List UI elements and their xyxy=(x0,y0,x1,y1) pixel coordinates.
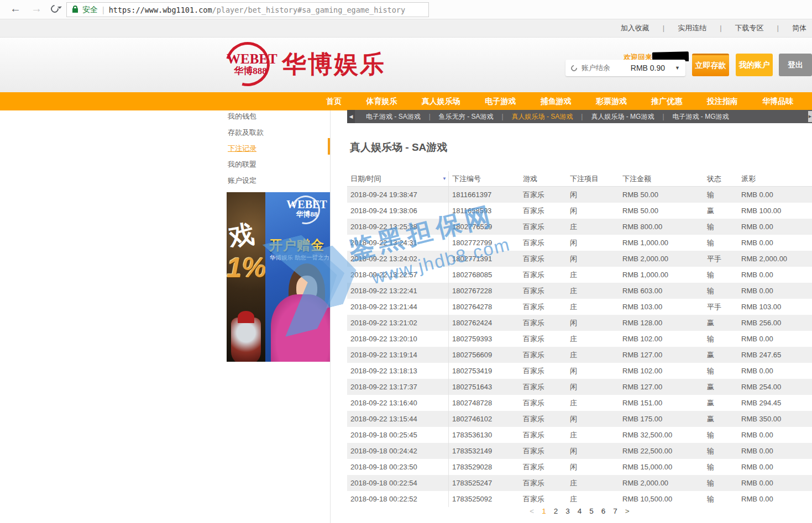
utility-link[interactable]: 简体 xyxy=(792,24,806,32)
nav-item[interactable]: 体育娱乐 xyxy=(366,97,397,107)
back-icon[interactable]: ← xyxy=(10,2,21,15)
table-row: 2018-09-22 13:16:401802748728百家乐庄RMB 151… xyxy=(347,395,812,411)
cell-bet-id: 1783529028 xyxy=(449,459,520,475)
column-header-game: 游戏 xyxy=(520,171,567,186)
tab-scroll-left-icon[interactable]: ◀ xyxy=(347,110,355,123)
page-number[interactable]: 4 xyxy=(578,507,582,515)
balance-refresh-icon[interactable] xyxy=(570,64,578,72)
cell-amount: RMB 128.00 xyxy=(619,315,704,331)
banner-title: 开户赠金 xyxy=(269,236,324,254)
cell-amount: RMB 10,500.00 xyxy=(619,491,704,507)
cell-amount: RMB 102.00 xyxy=(619,363,704,379)
cell-amount: RMB 603.00 xyxy=(619,283,704,299)
url-domain: https://www.wbg1101.com xyxy=(109,6,212,14)
url-bar[interactable]: 安全 | https://www.wbg1101.com/player/bet_… xyxy=(66,2,429,17)
sort-desc-icon[interactable]: ▼ xyxy=(442,176,447,181)
nav-item[interactable]: 首页 xyxy=(326,97,342,107)
nav-item[interactable]: 彩票游戏 xyxy=(596,97,627,107)
page-number[interactable]: 1 xyxy=(542,507,546,515)
bet-history-table: 日期/时间▼下注编号游戏下注项目下注金额状态派彩 2018-09-24 19:3… xyxy=(347,171,812,507)
forward-icon[interactable]: → xyxy=(31,2,42,15)
cell-date: 2018-09-22 13:25:38 xyxy=(347,219,449,235)
table-row: 2018-09-22 13:18:131802753419百家乐闲RMB 102… xyxy=(347,363,812,379)
cell-status: 平手 xyxy=(704,299,738,315)
utility-link[interactable]: 加入收藏 xyxy=(621,24,649,32)
column-header-label: 下注金额 xyxy=(622,174,651,184)
page-number[interactable]: 5 xyxy=(589,507,594,515)
deposit-button[interactable]: 立即存款 xyxy=(692,54,729,76)
column-header-date[interactable]: 日期/时间▼ xyxy=(347,171,449,186)
cell-date: 2018-09-22 13:15:44 xyxy=(347,411,449,427)
table-body: 2018-09-24 19:38:471811661397百家乐闲RMB 50.… xyxy=(347,187,812,507)
promo-banner[interactable]: 戏 1% WEBET 华博88 开户赠金 华博娱乐 助您一臂之力 xyxy=(227,192,330,362)
sidebar-item[interactable]: 存款及取款 xyxy=(228,124,326,140)
sidebar-item[interactable]: 我的钱包 xyxy=(228,108,326,124)
site-logo[interactable]: WEBET 华博888 华博娱乐 xyxy=(226,42,386,86)
cell-bet-item: 闲 xyxy=(567,251,619,267)
cell-status: 赢 xyxy=(704,315,738,331)
sidebar-item[interactable]: 我的联盟 xyxy=(228,156,326,172)
nav-item[interactable]: 推广优惠 xyxy=(651,97,682,107)
page-next[interactable]: > xyxy=(625,507,630,515)
column-header-label: 下注项目 xyxy=(570,174,599,184)
page-number[interactable]: 3 xyxy=(565,507,570,515)
sidebar-item[interactable]: 账户设定 xyxy=(228,172,326,188)
sidebar-item[interactable]: 下注记录 xyxy=(228,140,326,156)
utility-link[interactable]: 实用连结 xyxy=(678,24,706,32)
cell-game: 百家乐 xyxy=(520,475,567,491)
cell-bet-id: 1802756609 xyxy=(449,347,520,363)
page-number[interactable]: 6 xyxy=(601,507,606,515)
banner-logo-sub: 华博88 xyxy=(285,210,328,218)
tab-scroll-right-icon[interactable]: ▶ xyxy=(808,111,812,122)
cell-bet-item: 庄 xyxy=(567,331,619,347)
cell-date: 2018-09-22 13:16:40 xyxy=(347,395,449,411)
cell-game: 百家乐 xyxy=(520,427,567,443)
history-tab[interactable]: 鱼乐无穷 - SA游戏 xyxy=(439,112,494,121)
page-number[interactable]: 2 xyxy=(554,507,558,515)
utility-links: 加入收藏|实用连结|下载专区|简体 xyxy=(621,23,806,33)
tab-separator: | xyxy=(501,113,503,120)
cell-game: 百家乐 xyxy=(520,187,567,203)
history-tab[interactable]: 电子游戏 - MG游戏 xyxy=(673,112,729,121)
history-tab[interactable]: 真人娱乐场 - SA游戏 xyxy=(512,112,573,121)
browser-chrome: ← → 安全 | https://www.wbg1101.com/player/… xyxy=(0,0,812,19)
banner-calligraphy-text: 戏 xyxy=(227,216,257,255)
cell-payout: RMB 0.00 xyxy=(738,187,812,203)
cell-bet-id: 1802772799 xyxy=(449,235,520,251)
balance-dropdown-icon[interactable]: ▼ xyxy=(675,65,680,71)
nav-item[interactable]: 华博品味 xyxy=(762,97,793,107)
separator: | xyxy=(720,24,721,32)
history-tab[interactable]: 真人娱乐场 - MG游戏 xyxy=(591,112,654,121)
nav-item[interactable]: 投注指南 xyxy=(707,97,738,107)
cell-payout: RMB 0.00 xyxy=(738,491,812,507)
cell-date: 2018-09-22 13:22:57 xyxy=(347,267,449,283)
page-number[interactable]: 7 xyxy=(613,507,617,515)
cell-amount: RMB 151.00 xyxy=(619,395,704,411)
refresh-icon[interactable] xyxy=(49,3,60,14)
cell-bet-id: 1783532149 xyxy=(449,443,520,459)
cell-payout: RMB 254.00 xyxy=(738,379,812,395)
nav-item[interactable]: 捕鱼游戏 xyxy=(541,97,572,107)
cell-payout: RMB 350.00 xyxy=(738,411,812,427)
nav-item[interactable]: 真人娱乐场 xyxy=(422,97,460,107)
table-row: 2018-09-22 13:24:021802771391百家乐闲RMB 2,0… xyxy=(347,251,812,267)
my-account-button[interactable]: 我的账户 xyxy=(736,54,773,76)
cell-payout: RMB 0.00 xyxy=(738,267,812,283)
cell-game: 百家乐 xyxy=(520,267,567,283)
cell-game: 百家乐 xyxy=(520,235,567,251)
cell-bet-item: 闲 xyxy=(567,187,619,203)
cell-bet-item: 庄 xyxy=(567,267,619,283)
table-row: 2018-09-22 13:15:441802746102百家乐闲RMB 175… xyxy=(347,411,812,427)
cell-payout: RMB 0.00 xyxy=(738,331,812,347)
cell-status: 输 xyxy=(704,475,738,491)
banner-slide-signup[interactable]: WEBET 华博88 开户赠金 华博娱乐 助您一臂之力 xyxy=(265,192,330,362)
logout-button[interactable]: 登出 xyxy=(779,54,812,76)
utility-link[interactable]: 下载专区 xyxy=(735,24,764,32)
banner-slide-game[interactable]: 戏 1% xyxy=(227,192,265,362)
history-tab[interactable]: 电子游戏 - SA游戏 xyxy=(366,112,421,121)
nav-item[interactable]: 电子游戏 xyxy=(485,97,516,107)
cell-amount: RMB 50.00 xyxy=(619,187,704,203)
page-prev[interactable]: < xyxy=(530,507,534,515)
cell-bet-id: 1802776529 xyxy=(449,219,520,235)
cell-status: 赢 xyxy=(704,411,738,427)
